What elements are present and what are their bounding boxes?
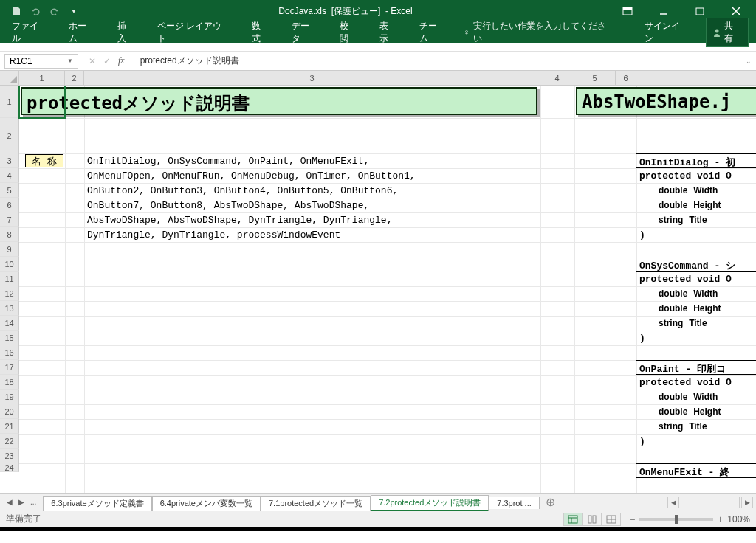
cancel-formula-icon[interactable]: ✕	[89, 56, 96, 66]
name-box[interactable]: R1C1 ▼	[4, 54, 78, 69]
tab-file[interactable]: ファイル	[7, 17, 51, 48]
col-header-6[interactable]: 6	[616, 71, 636, 85]
qat-dropdown-icon[interactable]: ▼	[67, 4, 80, 18]
hscroll-left-icon[interactable]: ◀	[667, 497, 679, 508]
row-header-24[interactable]: 24	[0, 463, 19, 472]
row-header-10[interactable]: 10	[0, 257, 19, 272]
expand-formula-icon[interactable]: ⌄	[741, 58, 756, 65]
row-header-17[interactable]: 17	[0, 360, 19, 375]
row-header-3[interactable]: 3	[0, 153, 19, 168]
block3-p2: double	[659, 407, 687, 417]
status-ready: 準備完了	[6, 513, 41, 525]
row-header-5[interactable]: 5	[0, 183, 19, 198]
hscroll-right-icon[interactable]: ▶	[741, 497, 753, 508]
row-header-16[interactable]: 16	[0, 345, 19, 360]
view-normal-icon[interactable]	[563, 513, 583, 526]
row-header-9[interactable]: 9	[0, 242, 19, 257]
sheet-nav-prev-icon[interactable]: ◀	[4, 498, 15, 506]
block3-p2i: Height	[693, 407, 721, 417]
sheet-tab-2[interactable]: 6.4privateメンバ変数一覧	[152, 496, 261, 511]
row-header-15[interactable]: 15	[0, 331, 19, 345]
tab-insert[interactable]: 挿入	[113, 17, 140, 48]
tab-formula[interactable]: 数式	[247, 17, 274, 48]
tab-home[interactable]: ホーム	[64, 17, 100, 48]
redo-icon[interactable]	[48, 4, 61, 18]
save-icon[interactable]	[10, 4, 23, 18]
zoom-out-icon[interactable]: −	[630, 514, 635, 525]
fx-icon[interactable]: fx	[118, 55, 125, 66]
zoom-value[interactable]: 100%	[727, 514, 750, 525]
block2-p2: double	[659, 303, 687, 314]
row-header-11[interactable]: 11	[0, 272, 19, 286]
view-page-break-icon[interactable]	[602, 513, 621, 526]
block1-p3i: Title	[689, 215, 707, 225]
block3-title: OnPaint - 印刷コ	[639, 362, 726, 376]
add-sheet-icon[interactable]: ⊕	[540, 495, 561, 509]
col-header-3[interactable]: 3	[84, 71, 540, 85]
undo-icon[interactable]	[29, 4, 42, 18]
hscroll-track[interactable]	[681, 497, 740, 508]
svg-rect-5	[568, 516, 577, 523]
enter-formula-icon[interactable]: ✓	[103, 56, 111, 66]
block1-p1i: Width	[693, 185, 718, 196]
row-header-21[interactable]: 21	[0, 419, 19, 434]
row-header-6[interactable]: 6	[0, 198, 19, 212]
tab-review[interactable]: 校閲	[335, 17, 362, 48]
block2-p1i: Width	[693, 288, 718, 299]
tell-me[interactable]: ♀ 実行したい作業を入力してください	[463, 20, 614, 45]
col-header-1[interactable]: 1	[19, 71, 65, 85]
svg-rect-8	[588, 516, 591, 523]
ribbon-display-icon[interactable]	[611, 0, 644, 22]
select-all-button[interactable]	[0, 71, 19, 85]
sheet-tab-3[interactable]: 7.1protectedメソッド一覧	[261, 496, 371, 511]
block3-end: )	[639, 436, 645, 447]
row-header-18[interactable]: 18	[0, 375, 19, 390]
share-button[interactable]: 共有	[706, 18, 749, 47]
signin-link[interactable]: サインイン	[640, 17, 693, 48]
formula-input[interactable]: protectedメソッド説明書	[134, 54, 741, 69]
row-header-8[interactable]: 8	[0, 227, 19, 242]
block2-proto: protected void O	[639, 274, 732, 285]
tab-view[interactable]: 表示	[375, 17, 402, 48]
col-header-4[interactable]: 4	[540, 71, 574, 85]
row-header-19[interactable]: 19	[0, 390, 19, 404]
sheet-nav-next-icon[interactable]: ▶	[16, 498, 27, 506]
ribbon-tabs: ファイル ホーム 挿入 ページ レイアウト 数式 データ 校閲 表示 チーム ♀…	[0, 22, 756, 43]
view-page-layout-icon[interactable]	[583, 513, 602, 526]
block3-p1i: Width	[693, 392, 718, 402]
block1-p2i: Height	[693, 200, 721, 210]
column-headers: 1 2 3 4 5 6	[0, 71, 756, 86]
row-header-4[interactable]: 4	[0, 168, 19, 183]
row-header-23[interactable]: 23	[0, 449, 19, 463]
row-header-12[interactable]: 12	[0, 286, 19, 301]
spreadsheet-grid[interactable]: 1 2 3 4 5 6 7 8 9 10 11 12 13 14 15 16 1…	[0, 86, 756, 493]
block3-p3: string	[659, 421, 683, 432]
row-header-20[interactable]: 20	[0, 404, 19, 419]
sheet-tab-4[interactable]: 7.2protectedメソッド説明書	[371, 495, 489, 511]
row-header-1[interactable]: 1	[0, 86, 19, 118]
sheet-tab-1[interactable]: 6.3privateメソッド定義書	[43, 496, 151, 511]
doc-name: DocJava.xls	[278, 6, 326, 16]
col-header-rest[interactable]	[636, 71, 756, 85]
block3-proto: protected void O	[639, 377, 732, 388]
sheet-nav-more[interactable]: ...	[28, 498, 38, 506]
cells-area[interactable]: protectedメソッド説明書 AbsTwoEShape.j 名 称 OnIn…	[19, 86, 756, 493]
row-header-7[interactable]: 7	[0, 212, 19, 227]
row-header-22[interactable]: 22	[0, 434, 19, 449]
col-header-5[interactable]: 5	[574, 71, 616, 85]
col-header-2[interactable]: 2	[65, 71, 84, 85]
row-header-14[interactable]: 14	[0, 316, 19, 331]
name-box-dropdown-icon[interactable]: ▼	[67, 58, 73, 64]
zoom-slider[interactable]	[639, 518, 713, 521]
method-line-5: AbsTwoDShape, AbsTwoDShape, DynTriangle,…	[87, 215, 392, 226]
tab-team[interactable]: チーム	[415, 17, 450, 48]
zoom-in-icon[interactable]: +	[718, 514, 723, 525]
block1-p1: double	[659, 185, 687, 196]
sheet-tab-5[interactable]: 7.3prot ...	[489, 497, 539, 509]
tab-data[interactable]: データ	[287, 17, 323, 48]
tab-page-layout[interactable]: ページ レイアウト	[153, 17, 234, 48]
row-header-2[interactable]: 2	[0, 118, 19, 153]
horizontal-scrollbar[interactable]: ◀ ▶	[667, 497, 756, 508]
row-header-13[interactable]: 13	[0, 301, 19, 316]
sheet-tabs-bar: ◀ ▶ ... 6.3privateメソッド定義書 6.4privateメンバ変…	[0, 493, 756, 511]
